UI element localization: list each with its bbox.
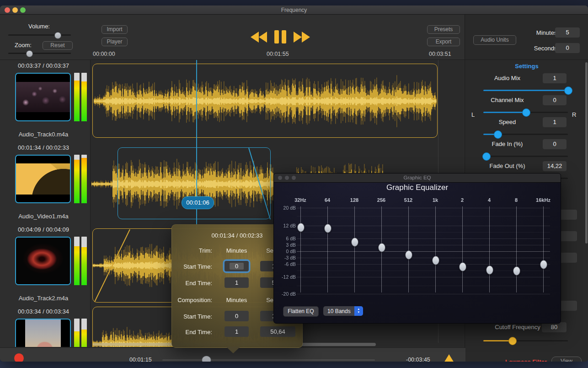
remaining-time: -00:03:45 (406, 357, 430, 362)
pause-icon[interactable] (274, 30, 286, 43)
eq-frequency-label: 8 (505, 197, 528, 203)
setting-slider-knob[interactable] (564, 87, 572, 95)
sidebar-track-item[interactable]: 00:04:09 / 00:04:09Audio_Track2.m4a (0, 225, 90, 307)
composition-end-seconds-field[interactable]: 50,64 (260, 326, 295, 337)
vu-meter-bar (81, 155, 87, 203)
bands-count-select[interactable]: 10 Bands ▲▼ (323, 306, 363, 316)
playhead-time-badge[interactable]: 00:01:06 (182, 196, 214, 209)
panel-scrollbar[interactable] (585, 62, 588, 244)
trim-label: Trim: (176, 247, 212, 254)
eq-gridline (297, 226, 550, 226)
player-button[interactable]: Player (102, 38, 128, 46)
eq-gridline (297, 208, 550, 208)
eq-band-knob[interactable] (459, 262, 466, 271)
eq-band-knob[interactable] (486, 265, 493, 275)
setting-slider-knob[interactable] (522, 108, 530, 117)
eq-band-line (327, 206, 328, 292)
vu-meter-bar (74, 73, 80, 121)
setting-value-field[interactable]: 0 (543, 139, 567, 149)
reset-button[interactable]: Reset (43, 41, 73, 50)
vu-meter (74, 155, 87, 203)
eq-db-label: 12 dB (275, 223, 296, 228)
eject-icon[interactable] (444, 354, 454, 362)
export-button[interactable]: Export (427, 38, 460, 46)
volume-slider-knob[interactable] (54, 32, 61, 39)
track-name-label: Audio_Video1.m4a (0, 213, 87, 220)
cutoff-frequency-field[interactable]: 80 (542, 322, 567, 332)
vu-meter-bar (81, 237, 87, 285)
setting-label: Fade Out (%) (472, 162, 543, 169)
trim-popup-tail (226, 346, 241, 353)
eq-frequency-label: 2 (451, 197, 474, 203)
setting-slider-knob[interactable] (482, 152, 491, 161)
composition-label: Composition: (172, 297, 212, 303)
setting-value-field[interactable]: 0 (543, 95, 567, 105)
sidebar-track-item[interactable]: 00:01:34 / 00:02:33Audio_Video1.m4a (0, 143, 90, 225)
record-button[interactable] (14, 353, 24, 362)
zoom-slider-knob[interactable] (26, 50, 33, 57)
trim-start-label: Start Time: (176, 263, 212, 270)
volume-slider[interactable] (8, 34, 71, 36)
track-name-label: Audio_Track0.m4a (0, 131, 87, 138)
vu-meter-fill (81, 158, 87, 203)
eq-gridline (297, 251, 550, 252)
setting-slider-fill (483, 90, 568, 91)
view-button[interactable]: View (551, 357, 582, 362)
track-thumbnail[interactable] (15, 73, 71, 121)
eq-gridline (297, 294, 550, 294)
eq-db-label: -3 dB (275, 255, 296, 260)
vu-meter-fill (81, 330, 87, 347)
flatten-eq-button[interactable]: Flatten EQ (283, 306, 319, 317)
trim-start-minutes-field[interactable]: 0 (225, 261, 249, 271)
setting-value-field[interactable]: 1 (543, 117, 567, 127)
setting-slider[interactable] (483, 156, 568, 157)
eq-band-line (462, 206, 463, 292)
eq-band-knob[interactable] (324, 224, 331, 233)
setting-slider-knob[interactable] (494, 130, 502, 139)
lowpass-filter-label: Lowpass Filter (505, 358, 547, 362)
track-name-label: Audio_Track2.m4a (0, 295, 87, 302)
eq-frequency-label: 1k (424, 197, 447, 203)
eq-band-knob[interactable] (351, 238, 358, 247)
playback-slider-knob[interactable] (202, 356, 211, 362)
eq-gridline (297, 238, 550, 239)
trim-minutes-header: Minutes (225, 247, 249, 254)
sidebar-track-item[interactable]: 00:03:34 / 00:03:34 (0, 307, 90, 347)
track-duration-label: 00:03:37 / 00:03:37 (0, 62, 87, 69)
setting-label: Fade In (%) (472, 141, 543, 147)
zoom-slider[interactable] (8, 53, 71, 54)
eq-band-knob[interactable] (540, 260, 547, 269)
cutoff-slider-knob[interactable] (508, 337, 517, 345)
eq-band-knob[interactable] (405, 250, 412, 260)
titlebar[interactable]: Frequency (0, 5, 588, 15)
import-button[interactable]: Import (102, 25, 128, 34)
fast-forward-icon[interactable] (293, 31, 311, 43)
eq-band-knob[interactable] (513, 266, 520, 276)
vu-meter-fill (81, 81, 87, 121)
window-title: Frequency (0, 7, 588, 13)
sidebar-track-item[interactable]: 00:03:37 / 00:03:37Audio_Track0.m4a (0, 61, 90, 143)
eq-band-line (489, 206, 490, 292)
setting-value-field[interactable]: 1 (543, 73, 567, 83)
setting-slider-fill (483, 112, 526, 113)
track-thumbnail[interactable] (15, 155, 71, 203)
eq-frequency-label: 64 (316, 197, 339, 203)
eq-band-knob[interactable] (432, 256, 439, 265)
eq-band-line (435, 206, 436, 292)
eq-band-line (300, 206, 301, 292)
track-thumbnail[interactable] (15, 237, 71, 285)
track-thumbnail[interactable] (15, 319, 71, 347)
eq-band-knob[interactable] (378, 243, 385, 252)
cutoff-slider-fill (483, 340, 512, 341)
eq-frequency-label: 128 (343, 197, 366, 203)
composition-start-minutes-field[interactable]: 0 (225, 311, 249, 321)
trim-end-minutes-field[interactable]: 1 (225, 277, 249, 288)
track-1-clip-box[interactable] (92, 64, 438, 138)
eq-band-knob[interactable] (297, 223, 305, 232)
playback-position-slider[interactable] (162, 359, 375, 361)
composition-end-minutes-field[interactable]: 1 (225, 326, 249, 337)
setting-value-field[interactable]: 14,22 (543, 161, 567, 171)
rewind-icon[interactable] (250, 31, 268, 43)
presets-button[interactable]: Presets (427, 25, 460, 34)
eq-db-label: -6 dB (275, 261, 296, 267)
